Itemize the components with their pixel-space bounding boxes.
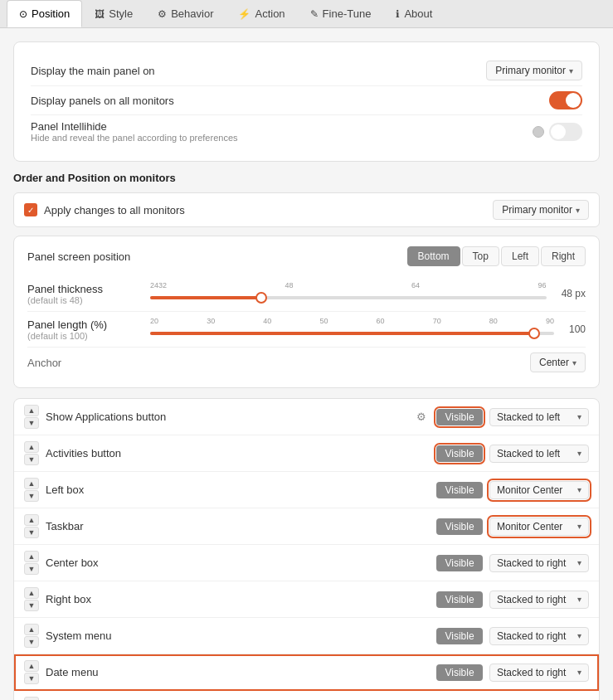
position-dropdown[interactable]: Monitor Center▾	[489, 481, 589, 499]
item-name: Left box	[46, 484, 430, 496]
anchor-dropdown[interactable]: Center ▾	[530, 352, 586, 372]
tab-style[interactable]: 🖼 Style	[82, 0, 145, 27]
position-dropdown[interactable]: Stacked to right▾	[489, 591, 589, 609]
apply-left: ✓ Apply changes to all monitors	[24, 203, 185, 216]
thickness-track[interactable]	[150, 296, 547, 299]
main-panel-chevron: ▾	[569, 66, 573, 75]
position-dropdown[interactable]: Stacked to left▾	[489, 445, 589, 463]
all-monitors-toggle[interactable]	[549, 91, 582, 109]
position-value: Monitor Center	[497, 484, 562, 496]
up-arrow[interactable]: ▲	[24, 441, 39, 453]
item-name: Taskbar	[46, 520, 430, 532]
apply-dropdown[interactable]: Primary monitor ▾	[493, 200, 589, 220]
position-dropdown[interactable]: Monitor Center▾	[489, 518, 589, 536]
tab-behavior[interactable]: ⚙ Behavior	[145, 0, 226, 27]
position-value: Stacked to right	[497, 667, 566, 678]
length-sub: (default is 100)	[27, 331, 135, 341]
item-name: Center box	[46, 557, 430, 569]
position-chevron: ▾	[577, 485, 581, 494]
tab-bar: ⊙ Position 🖼 Style ⚙ Behavior ⚡ Action ✎…	[0, 0, 613, 28]
position-value: Stacked to right	[497, 594, 566, 605]
down-arrow[interactable]: ▼	[24, 527, 39, 538]
item-name: Activities button	[46, 447, 430, 459]
list-item: ▲ ▼ Right boxVisibleStacked to right▾	[14, 581, 599, 618]
up-arrow[interactable]: ▲	[24, 587, 39, 599]
tab-position[interactable]: ⊙ Position	[7, 0, 82, 27]
tab-style-label: Style	[109, 7, 133, 20]
intellihide-controls	[533, 123, 582, 141]
item-name: Date menu	[46, 666, 430, 678]
pos-btn-right[interactable]: Right	[541, 246, 586, 266]
position-value: Stacked to left	[497, 448, 560, 459]
thickness-slider-container: 2432 48 64 96	[142, 281, 555, 306]
length-fill	[150, 332, 534, 335]
about-icon: ℹ	[396, 8, 400, 20]
visible-button[interactable]: Visible	[436, 591, 483, 608]
visible-button[interactable]: Visible	[436, 518, 483, 535]
down-arrow[interactable]: ▼	[24, 600, 39, 611]
position-dropdown[interactable]: Stacked to right▾	[489, 554, 589, 572]
length-slider-container: 20 30 40 50 60 70 80 90	[142, 317, 562, 342]
intellihide-radio[interactable]	[533, 126, 544, 138]
item-arrows: ▲ ▼	[24, 551, 39, 575]
tab-about-label: About	[404, 7, 432, 20]
position-chevron: ▾	[577, 449, 581, 458]
down-arrow[interactable]: ▼	[24, 454, 39, 465]
down-arrow[interactable]: ▼	[24, 563, 39, 575]
item-arrows: ▲ ▼	[24, 405, 39, 429]
down-arrow[interactable]: ▼	[24, 490, 39, 502]
main-panel-dropdown[interactable]: Primary monitor ▾	[486, 61, 582, 80]
position-value: Stacked to right	[497, 630, 566, 642]
up-arrow[interactable]: ▲	[24, 697, 39, 700]
position-dropdown[interactable]: Stacked to left▾	[489, 408, 589, 426]
apply-row: ✓ Apply changes to all monitors Primary …	[13, 192, 600, 227]
pos-btn-bottom[interactable]: Bottom	[407, 246, 460, 266]
position-icon: ⊙	[19, 8, 27, 20]
length-row: Panel length (%) (default is 100) 20 30 …	[27, 311, 586, 347]
length-label-text: Panel length (%)	[27, 318, 135, 331]
tab-about[interactable]: ℹ About	[383, 0, 445, 27]
style-icon: 🖼	[95, 8, 105, 20]
tab-finetune[interactable]: ✎ Fine-Tune	[298, 0, 384, 27]
length-thumb[interactable]	[528, 328, 540, 339]
thickness-fill	[150, 296, 261, 299]
visible-button[interactable]: Visible	[436, 664, 483, 681]
visible-button[interactable]: Visible	[436, 482, 483, 498]
item-arrows: ▲ ▼	[24, 514, 39, 538]
visible-button[interactable]: Visible	[436, 628, 483, 644]
up-arrow[interactable]: ▲	[24, 551, 39, 562]
down-arrow[interactable]: ▼	[24, 417, 39, 429]
thickness-sub: (default is 48)	[27, 295, 135, 305]
length-track[interactable]	[150, 332, 554, 335]
visible-button[interactable]: Visible	[436, 445, 483, 462]
pos-btn-left[interactable]: Left	[501, 246, 539, 266]
list-item: ▲ ▼ Left boxVisibleMonitor Center▾	[14, 472, 599, 508]
up-arrow[interactable]: ▲	[24, 514, 39, 526]
intellihide-label: Panel Intellihide	[31, 120, 238, 133]
gear-icon[interactable]: ⚙	[413, 409, 430, 425]
up-arrow[interactable]: ▲	[24, 660, 39, 672]
intellihide-toggle[interactable]	[549, 123, 582, 141]
main-panel-row: Display the main panel on Primary monito…	[31, 56, 582, 85]
up-arrow[interactable]: ▲	[24, 405, 39, 416]
up-arrow[interactable]: ▲	[24, 478, 39, 489]
position-dropdown[interactable]: Stacked to right▾	[489, 627, 589, 645]
length-value: 100	[569, 323, 586, 335]
panel-pos-buttons: Bottom Top Left Right	[407, 246, 586, 266]
tab-action[interactable]: ⚡ Action	[226, 0, 297, 27]
down-arrow[interactable]: ▼	[24, 673, 39, 684]
item-arrows: ▲ ▼	[24, 697, 39, 700]
pos-btn-top[interactable]: Top	[462, 246, 499, 266]
behavior-icon: ⚙	[158, 8, 167, 20]
item-arrows: ▲ ▼	[24, 660, 39, 684]
visible-button[interactable]: Visible	[436, 409, 483, 425]
thickness-thumb[interactable]	[255, 292, 267, 304]
item-name: Show Applications button	[46, 411, 406, 423]
position-dropdown[interactable]: Stacked to right▾	[489, 664, 589, 682]
visible-button[interactable]: Visible	[436, 555, 483, 571]
apply-dropdown-value: Primary monitor	[502, 204, 572, 216]
apply-checkbox[interactable]: ✓	[24, 203, 37, 216]
up-arrow[interactable]: ▲	[24, 624, 39, 635]
down-arrow[interactable]: ▼	[24, 636, 39, 648]
all-monitors-label: Display panels on all monitors	[31, 95, 174, 107]
